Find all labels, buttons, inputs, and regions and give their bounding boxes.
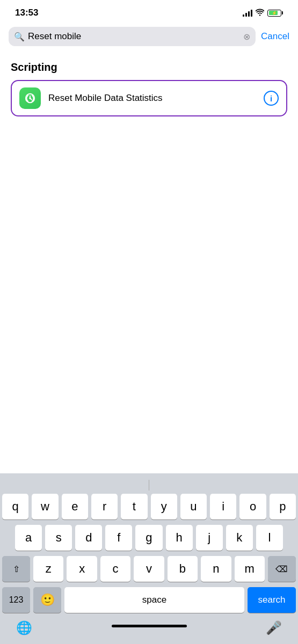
delete-key[interactable]: ⌫ xyxy=(268,556,296,582)
emoji-key[interactable]: 🙂 xyxy=(33,587,61,613)
key-w[interactable]: w xyxy=(32,494,58,519)
search-input[interactable] xyxy=(28,31,240,42)
search-key[interactable]: search xyxy=(248,587,296,613)
cancel-button[interactable]: Cancel xyxy=(261,31,289,42)
keyboard-row-2: a s d f g h j k l xyxy=(0,525,298,551)
signal-icon xyxy=(243,9,252,17)
key-e[interactable]: e xyxy=(62,494,88,519)
space-key[interactable]: space xyxy=(64,587,244,613)
info-button[interactable]: i xyxy=(264,91,279,106)
key-u[interactable]: u xyxy=(180,494,207,519)
key-h[interactable]: h xyxy=(166,525,193,551)
key-t[interactable]: t xyxy=(121,494,147,519)
key-v[interactable]: v xyxy=(134,556,164,582)
status-time: 13:53 xyxy=(15,8,38,18)
key-d[interactable]: d xyxy=(75,525,102,551)
action-item-reset-mobile[interactable]: Reset Mobile Data Statistics i xyxy=(11,80,287,116)
key-b[interactable]: b xyxy=(168,556,198,582)
keyboard-row-1: q w e r t y u i o p xyxy=(0,494,298,519)
key-o[interactable]: o xyxy=(239,494,266,519)
keyboard-bottom-row: 123 🙂 space search xyxy=(0,587,298,613)
key-z[interactable]: z xyxy=(33,556,63,582)
globe-icon[interactable]: 🌐 xyxy=(16,620,32,635)
shift-key[interactable]: ⇧ xyxy=(2,556,30,582)
empty-space xyxy=(0,116,298,320)
search-bar: 🔍 ⊗ Cancel xyxy=(0,23,298,53)
status-icons: ⚡ xyxy=(243,9,283,18)
microphone-icon[interactable]: 🎤 xyxy=(266,620,282,635)
battery-icon: ⚡ xyxy=(267,10,283,17)
status-bar: 13:53 ⚡ xyxy=(0,0,298,23)
keyboard-handle xyxy=(149,480,149,491)
action-label: Reset Mobile Data Statistics xyxy=(48,93,256,104)
key-r[interactable]: r xyxy=(91,494,118,519)
key-y[interactable]: y xyxy=(151,494,177,519)
key-p[interactable]: p xyxy=(270,494,296,519)
content-area: Scripting Reset Mobile Data Statistics i xyxy=(0,53,298,116)
mobile-data-icon xyxy=(24,92,36,104)
key-k[interactable]: k xyxy=(226,525,253,551)
key-m[interactable]: m xyxy=(235,556,265,582)
svg-point-1 xyxy=(29,97,31,99)
home-indicator xyxy=(112,625,187,627)
clear-button[interactable]: ⊗ xyxy=(243,32,250,42)
key-n[interactable]: n xyxy=(201,556,231,582)
key-i[interactable]: i xyxy=(210,494,236,519)
keyboard-handle-row xyxy=(0,478,298,494)
keyboard-row-3: ⇧ z x c v b n m ⌫ xyxy=(0,556,298,582)
key-c[interactable]: c xyxy=(100,556,130,582)
key-q[interactable]: q xyxy=(2,494,28,519)
section-title: Scripting xyxy=(11,61,287,74)
key-j[interactable]: j xyxy=(196,525,223,551)
keyboard: q w e r t y u i o p a s d f g h j k l ⇧ … xyxy=(0,473,298,644)
key-g[interactable]: g xyxy=(135,525,162,551)
key-f[interactable]: f xyxy=(105,525,132,551)
action-icon-wrap xyxy=(19,87,41,109)
wifi-icon xyxy=(256,9,264,18)
search-input-wrap[interactable]: 🔍 ⊗ xyxy=(9,27,256,46)
numbers-key[interactable]: 123 xyxy=(2,587,30,613)
search-icon: 🔍 xyxy=(14,32,25,42)
key-s[interactable]: s xyxy=(45,525,72,551)
key-l[interactable]: l xyxy=(256,525,283,551)
key-a[interactable]: a xyxy=(15,525,42,551)
keyboard-extra-row: 🌐 🎤 xyxy=(0,617,298,644)
key-x[interactable]: x xyxy=(67,556,97,582)
